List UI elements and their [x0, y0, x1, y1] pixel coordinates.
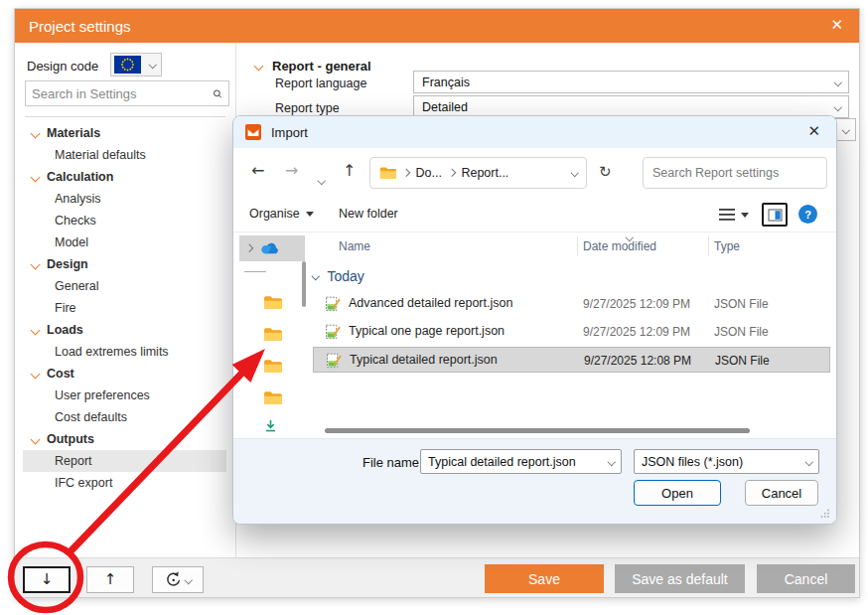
- back-icon[interactable]: ←: [251, 160, 264, 182]
- save-as-default-button[interactable]: Save as default: [615, 564, 745, 593]
- folder-tree-item[interactable]: [263, 295, 282, 314]
- sidebar-item-cost[interactable]: Cost: [15, 363, 234, 384]
- downloads-tree-item[interactable]: [263, 418, 278, 436]
- file-type-combo[interactable]: JSON files (*.json): [634, 449, 819, 474]
- eu-flag-icon: [114, 56, 141, 74]
- chevron-down-icon: [31, 325, 41, 335]
- sidebar-item-model[interactable]: Model: [15, 231, 234, 253]
- chevron-down-icon: [833, 78, 841, 86]
- chevron-down-icon: [185, 576, 193, 584]
- report-type-label: Report type: [275, 101, 340, 115]
- chevron-down-icon: [804, 458, 812, 466]
- forward-icon[interactable]: →: [285, 160, 298, 182]
- open-button[interactable]: Open: [634, 480, 721, 506]
- sidebar-item-report[interactable]: Report: [23, 450, 226, 472]
- export-settings-button[interactable]: ↑: [86, 566, 134, 593]
- breadcrumb-dropdown-icon[interactable]: [570, 169, 578, 177]
- breadcrumb[interactable]: Do... Report...: [369, 157, 587, 189]
- save-button[interactable]: Save: [485, 564, 604, 593]
- import-toolbar: Organise New folder ?: [233, 200, 836, 232]
- import-dialog-footer: File name: Typical detailed report.json …: [233, 438, 836, 524]
- up-icon[interactable]: ↑: [343, 160, 356, 182]
- report-language-label: Report language: [275, 77, 366, 90]
- sidebar-item-outputs[interactable]: Outputs: [15, 428, 234, 450]
- window-title: Project settings: [29, 18, 131, 35]
- folder-tree-item[interactable]: [263, 359, 282, 378]
- settings-search-input[interactable]: [26, 86, 213, 101]
- json-file-icon: [325, 324, 341, 340]
- sidebar-item-fire[interactable]: Fire: [15, 297, 234, 319]
- sidebar-item-analysis[interactable]: Analysis: [15, 188, 234, 210]
- file-name-combo[interactable]: Typical detailed report.json: [420, 449, 622, 474]
- chevron-down-icon: [833, 103, 841, 111]
- folder-icon: [263, 359, 282, 374]
- column-header-name[interactable]: Name: [339, 239, 370, 253]
- sidebar-item-ifc-export[interactable]: IFC export: [15, 472, 234, 494]
- file-date: 9/27/2025 12:09 PM: [583, 325, 690, 339]
- breadcrumb-item-report[interactable]: Report...: [461, 166, 508, 180]
- organise-button[interactable]: Organise: [249, 207, 314, 221]
- recent-locations-chevron[interactable]: [319, 167, 325, 189]
- dialog-cancel-button[interactable]: Cancel: [745, 480, 818, 506]
- chevron-down-icon: [741, 213, 749, 218]
- project-settings-titlebar: Project settings ✕: [15, 9, 859, 43]
- onedrive-tree-item[interactable]: [239, 235, 305, 261]
- reset-defaults-button[interactable]: [152, 566, 204, 593]
- search-icon: [213, 86, 222, 101]
- sidebar-item-user-preferences[interactable]: User preferences: [15, 384, 234, 406]
- settings-sidebar: Design code: [15, 43, 236, 557]
- preview-pane-toggle[interactable]: [762, 203, 788, 227]
- sidebar-item-general[interactable]: General: [15, 275, 234, 297]
- expander-icon: [245, 244, 253, 252]
- sidebar-item-load-extremes-limits[interactable]: Load extremes limits: [15, 341, 234, 363]
- folder-tree-item[interactable]: [263, 390, 282, 409]
- sidebar-item-checks[interactable]: Checks: [15, 210, 234, 231]
- file-row-selected[interactable]: Typical detailed report.json 9/27/2025 1…: [313, 347, 830, 373]
- sidebar-item-materials[interactable]: Materials: [15, 122, 234, 144]
- breadcrumb-separator-icon: [402, 169, 410, 177]
- import-settings-button[interactable]: ↓: [23, 566, 71, 593]
- design-code-combo[interactable]: [110, 53, 162, 77]
- settings-search-box: [25, 80, 229, 106]
- column-header-date-modified[interactable]: Date modified: [583, 239, 656, 253]
- download-icon: [263, 418, 278, 433]
- sidebar-item-cost-defaults[interactable]: Cost defaults: [15, 406, 234, 428]
- breadcrumb-item-documents[interactable]: Do...: [416, 166, 442, 180]
- cancel-button[interactable]: Cancel: [757, 564, 855, 593]
- file-name: Advanced detailed report.json: [349, 296, 512, 310]
- refresh-icon[interactable]: ↻: [599, 163, 612, 181]
- file-row[interactable]: Advanced detailed report.json 9/27/2025 …: [313, 291, 830, 317]
- chevron-down-icon: [306, 212, 314, 217]
- close-icon[interactable]: ✕: [830, 16, 843, 34]
- new-folder-button[interactable]: New folder: [339, 207, 398, 221]
- column-header-type[interactable]: Type: [714, 239, 740, 253]
- places-scrollbar[interactable]: [302, 261, 306, 307]
- pane-divider: [244, 271, 266, 272]
- sidebar-item-design[interactable]: Design: [15, 253, 234, 275]
- json-file-icon: [325, 296, 341, 312]
- folder-tree-item[interactable]: [263, 327, 282, 346]
- resize-grip[interactable]: [820, 509, 829, 518]
- folder-icon: [263, 327, 282, 342]
- import-search-input[interactable]: [644, 166, 821, 180]
- sidebar-item-material-defaults[interactable]: Material defaults: [15, 144, 234, 166]
- view-mode-button[interactable]: [719, 209, 749, 221]
- sidebar-item-calculation[interactable]: Calculation: [15, 166, 234, 188]
- import-dialog-titlebar: Import ✕: [233, 116, 836, 148]
- sidebar-item-loads[interactable]: Loads: [15, 319, 234, 341]
- import-close-icon[interactable]: ✕: [807, 122, 820, 140]
- file-group-today[interactable]: Today: [313, 265, 364, 287]
- import-search-box: [643, 157, 827, 189]
- scrollbar-thumb[interactable]: [325, 428, 750, 433]
- file-row[interactable]: Typical one page report.json 9/27/2025 1…: [313, 319, 830, 345]
- report-language-combo[interactable]: Français: [413, 71, 849, 93]
- json-file-icon: [326, 353, 342, 369]
- reset-icon: [164, 570, 183, 589]
- chevron-down-icon: [31, 172, 41, 182]
- report-general-section-header[interactable]: Report - general: [255, 59, 371, 74]
- folder-icon: [263, 390, 282, 405]
- chevron-down-icon: [254, 62, 264, 72]
- design-code-label: Design code: [27, 59, 98, 74]
- chevron-down-icon: [31, 128, 41, 138]
- help-icon[interactable]: ?: [798, 205, 817, 224]
